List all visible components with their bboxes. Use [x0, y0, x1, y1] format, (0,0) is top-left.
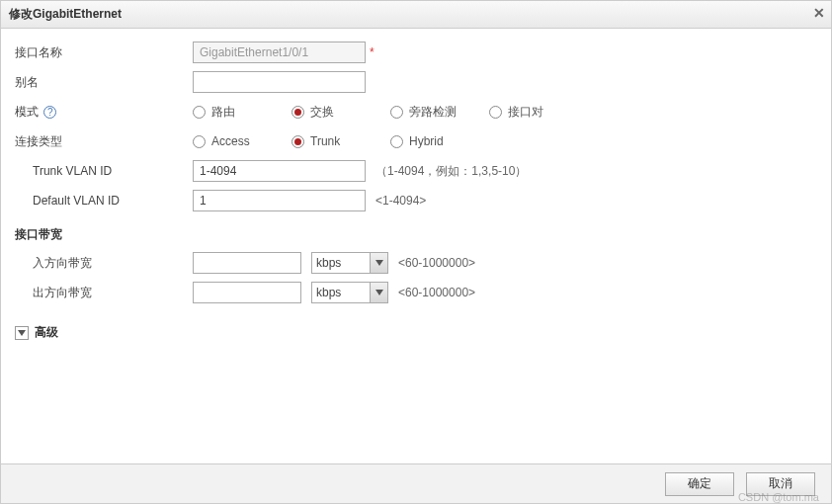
bw-out-hint: <60-1000000>: [398, 286, 475, 299]
bw-out-input[interactable]: [193, 282, 301, 303]
alias-input[interactable]: [193, 71, 366, 93]
mode-label: 模式 ?: [15, 104, 193, 121]
radio-icon: [390, 135, 403, 148]
bw-out-unit-select[interactable]: kbps: [311, 282, 371, 303]
radio-icon: [193, 135, 206, 148]
svg-marker-2: [18, 330, 26, 336]
default-vlan-input[interactable]: [193, 190, 366, 211]
radio-label: 路由: [211, 104, 235, 121]
ok-button[interactable]: 确定: [665, 472, 734, 496]
radio-icon: [390, 106, 403, 119]
trunk-vlan-input[interactable]: [193, 160, 366, 182]
radio-label: 交换: [310, 104, 334, 121]
dialog-footer: 确定 取消 CSDN @tom.ma: [1, 463, 831, 503]
radio-icon: [193, 106, 206, 119]
dialog-titlebar: 修改GigabitEthernet ✕: [1, 1, 831, 29]
bw-in-hint: <60-1000000>: [398, 256, 475, 270]
dialog-title: 修改GigabitEthernet: [9, 6, 122, 23]
ifname-input: [193, 42, 366, 63]
linktype-radio-hybrid[interactable]: Hybrid: [390, 134, 489, 148]
cancel-button[interactable]: 取消: [746, 472, 815, 496]
mode-radio-loopdetect[interactable]: 旁路检测: [390, 104, 489, 121]
required-icon: *: [370, 45, 374, 59]
mode-radio-ifpair[interactable]: 接口对: [489, 104, 588, 121]
select-value: kbps: [316, 256, 341, 270]
ifname-label: 接口名称: [15, 44, 193, 61]
mode-radio-switch[interactable]: 交换: [291, 104, 390, 121]
bandwidth-section-header: 接口带宽: [15, 226, 817, 243]
bw-in-unit-select[interactable]: kbps: [311, 252, 371, 274]
alias-label: 别名: [15, 74, 193, 91]
radio-label: Hybrid: [409, 134, 444, 148]
radio-label: Trunk: [310, 134, 340, 148]
radio-icon: [291, 135, 304, 148]
default-vlan-hint: <1-4094>: [375, 194, 426, 208]
close-icon[interactable]: ✕: [813, 5, 825, 21]
advanced-label: 高级: [35, 324, 58, 341]
bw-in-label: 入方向带宽: [15, 255, 193, 272]
mode-radio-route[interactable]: 路由: [193, 104, 291, 121]
svg-marker-1: [375, 290, 383, 295]
chevron-down-icon: [15, 326, 29, 340]
radio-icon: [291, 106, 304, 119]
bw-in-input[interactable]: [193, 252, 301, 274]
dialog-content: 接口名称 * 别名 模式 ? 路由 交换 旁路检测: [1, 29, 831, 351]
trunk-vlan-label: Trunk VLAN ID: [15, 164, 193, 178]
radio-label: 接口对: [508, 104, 543, 121]
radio-label: 旁路检测: [409, 104, 457, 121]
advanced-expander[interactable]: 高级: [15, 324, 817, 341]
svg-marker-0: [375, 260, 383, 266]
radio-label: Access: [211, 134, 250, 148]
select-value: kbps: [316, 286, 341, 299]
bw-out-label: 出方向带宽: [15, 285, 193, 301]
chevron-down-icon[interactable]: [371, 282, 388, 303]
help-icon[interactable]: ?: [43, 106, 56, 119]
linktype-radio-trunk[interactable]: Trunk: [291, 134, 390, 148]
chevron-down-icon[interactable]: [371, 252, 388, 274]
linktype-label: 连接类型: [15, 133, 193, 150]
radio-icon: [489, 106, 502, 119]
default-vlan-label: Default VLAN ID: [15, 194, 193, 208]
trunk-vlan-hint: （1-4094，例如：1,3,5-10）: [375, 163, 527, 180]
linktype-radio-access[interactable]: Access: [193, 134, 291, 148]
